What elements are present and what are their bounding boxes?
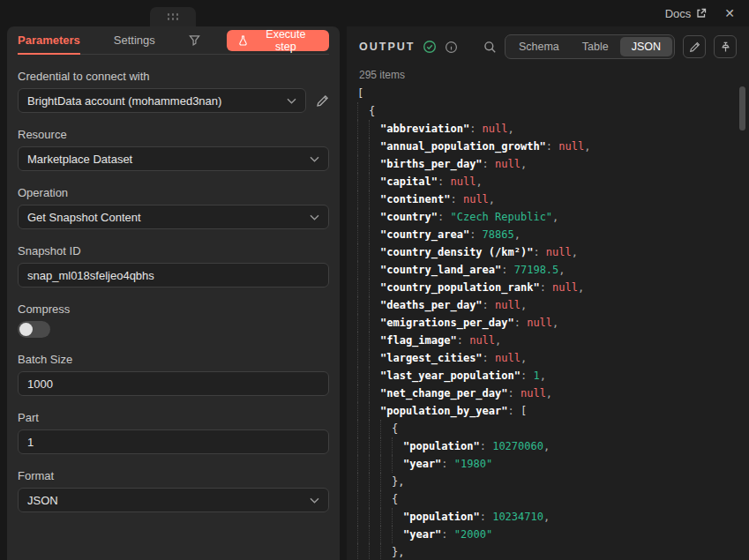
batch-size-label: Batch Size [18, 353, 329, 366]
json-token-null: null [450, 175, 476, 188]
json-token-bracket: [ [521, 405, 527, 417]
success-check-icon [423, 40, 437, 54]
credential-select[interactable]: BrightData account (mohammed3nan) [18, 88, 306, 113]
json-token-punc: : [438, 211, 450, 223]
pin-data-button[interactable] [714, 35, 737, 58]
json-token-punc: , [521, 352, 527, 364]
filter-icon[interactable] [189, 34, 200, 46]
json-token-punc: , [572, 246, 578, 258]
json-token-punc: : [441, 528, 453, 541]
field-credential: Credential to connect with BrightData ac… [18, 70, 329, 113]
indent-guide [357, 155, 369, 173]
json-token-punc: : [483, 352, 495, 364]
indent-guide [357, 138, 369, 155]
json-token-null: null [552, 281, 578, 294]
app-root: Docs ✕ Parameters Settings [0, 0, 749, 560]
indent-guide [369, 226, 380, 243]
tab-table[interactable]: Table [571, 37, 620, 56]
format-select[interactable]: JSON [18, 488, 329, 512]
json-token-key: "year" [403, 528, 441, 541]
titlebar: Docs ✕ [0, 0, 749, 26]
part-input[interactable] [18, 429, 329, 454]
tab-settings[interactable]: Settings [114, 26, 155, 54]
json-token-null: null [527, 317, 552, 329]
snapshot-id-input[interactable] [18, 263, 329, 287]
resource-select[interactable]: Marketplace Dataset [18, 146, 329, 171]
indent-guide [380, 437, 392, 455]
search-icon[interactable] [483, 41, 497, 54]
edit-output-button[interactable] [683, 35, 706, 58]
operation-select[interactable]: Get Snapshot Content [18, 205, 329, 229]
field-resource: Resource Marketplace Dataset [18, 128, 329, 171]
json-token-punc: , [540, 370, 546, 382]
json-token-key: "births_per_day" [380, 158, 483, 170]
indent-guide [369, 455, 380, 473]
info-icon[interactable] [445, 41, 458, 54]
chevron-down-icon [310, 497, 319, 504]
indent-guide [369, 208, 380, 226]
json-line: "population": 10234710, [357, 508, 733, 526]
json-line: "country": "Czech Republic", [357, 208, 733, 226]
compress-toggle[interactable] [18, 321, 50, 338]
json-token-num: 10234710 [492, 511, 543, 523]
indent-guide [369, 526, 380, 543]
indent-guide [357, 473, 369, 490]
edit-credential-icon[interactable] [316, 94, 329, 108]
json-line: "country_land_area": 77198.5, [357, 261, 733, 279]
json-token-punc: : [457, 334, 469, 347]
drag-handle[interactable] [150, 7, 196, 26]
json-token-punc: : [483, 158, 495, 170]
json-token-bracket: }, [392, 546, 404, 558]
indent-guide [357, 314, 369, 332]
json-token-punc: : [480, 511, 492, 523]
json-line: "population": 10270060, [357, 437, 733, 455]
json-token-punc: : [540, 281, 552, 294]
chevron-down-icon [310, 156, 319, 162]
json-token-null: null [495, 158, 521, 170]
json-token-punc: , [552, 211, 558, 223]
chevron-down-icon [310, 214, 319, 220]
execute-step-label: Execute step [254, 28, 318, 53]
indent-guide [357, 490, 369, 508]
field-batch-size: Batch Size [18, 353, 329, 396]
indent-guide [369, 367, 380, 385]
json-token-punc: , [508, 123, 514, 135]
tab-schema[interactable]: Schema [507, 37, 571, 56]
json-viewer[interactable]: [{"abbreviation": null,"annual_populatio… [357, 85, 733, 560]
indent-guide [369, 332, 380, 349]
resource-label: Resource [18, 128, 329, 141]
json-line: "country_density (/km²)": null, [357, 243, 733, 261]
indent-guide [357, 173, 369, 190]
indent-guide [357, 243, 369, 261]
batch-size-input[interactable] [18, 371, 329, 396]
json-token-key: "year" [403, 458, 441, 470]
docs-link[interactable]: Docs [665, 7, 708, 20]
execute-step-button[interactable]: Execute step [227, 30, 329, 51]
scrollbar-thumb[interactable] [739, 86, 745, 131]
tab-json[interactable]: JSON [620, 37, 672, 56]
json-token-str: "2000" [454, 528, 492, 541]
indent-guide [357, 296, 369, 314]
indent-guide [357, 455, 369, 473]
json-token-num: 78865 [483, 228, 514, 241]
view-switcher: Schema Table JSON [505, 34, 675, 59]
flask-icon [238, 35, 248, 46]
indent-guide [369, 473, 380, 490]
indent-guide [369, 385, 380, 402]
indent-guide [369, 402, 380, 420]
json-line: "capital": null, [357, 173, 733, 190]
json-token-punc: : [508, 387, 521, 399]
json-line: "net_change_per_day": null, [357, 385, 733, 402]
scrollbar[interactable] [739, 85, 745, 556]
indent-guide [369, 155, 380, 173]
indent-guide [369, 243, 380, 261]
close-icon[interactable]: ✕ [724, 7, 735, 19]
parameters-panel: Parameters Settings Execute step Credent… [7, 26, 340, 560]
tab-parameters[interactable]: Parameters [18, 26, 80, 54]
json-token-punc: : [501, 264, 513, 276]
json-token-key: "population" [403, 440, 480, 452]
indent-guide [369, 543, 380, 560]
indent-guide [369, 138, 380, 155]
indent-guide [357, 508, 369, 526]
json-token-str: "Czech Republic" [450, 211, 552, 223]
